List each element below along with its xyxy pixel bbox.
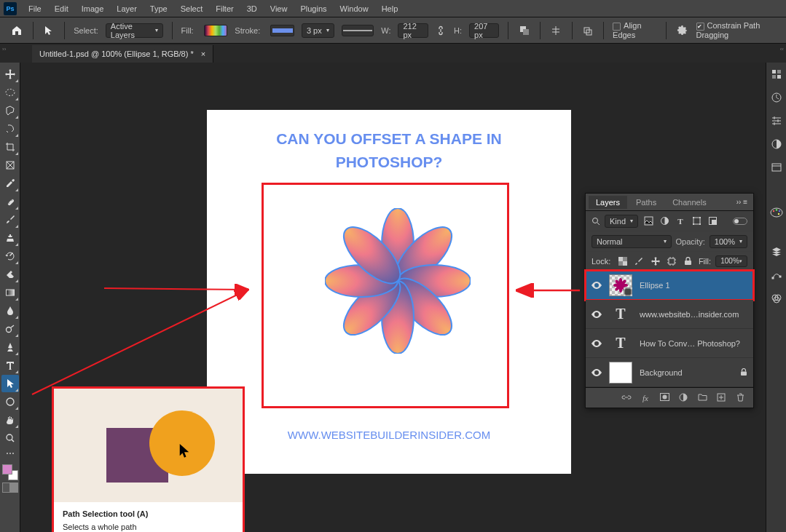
lock-artboard-icon[interactable] [666,255,677,267]
tool-frame[interactable] [1,156,19,174]
panel-properties-icon[interactable] [768,112,785,130]
height-field[interactable]: 207 px [469,23,499,38]
menu-edit[interactable]: Edit [49,2,74,15]
close-tab-icon[interactable]: × [201,49,205,58]
edit-toolbar-icon[interactable]: ⋯ [1,448,19,459]
foreground-background-swatches[interactable] [2,464,18,480]
filter-pixel-icon[interactable] [642,215,654,227]
fill-opacity-field[interactable]: 100% ▾ [715,255,747,267]
visibility-icon[interactable] [592,369,602,376]
new-layer-icon[interactable] [715,393,727,403]
layer-row-background[interactable]: Background [586,358,753,387]
menu-plugins[interactable]: Plugins [294,2,332,15]
visibility-icon[interactable] [592,340,602,347]
filter-adjust-icon[interactable] [659,215,670,227]
panel-libraries-icon[interactable] [768,159,785,176]
home-icon[interactable] [10,23,24,39]
visibility-icon[interactable] [592,282,602,289]
menu-layer[interactable]: Layer [111,2,143,15]
collapse-panel-icon[interactable]: ›› ≡ [736,198,750,206]
layer-thumbnail[interactable] [609,362,632,384]
tool-gradient[interactable] [1,284,19,301]
tool-history-brush[interactable] [1,247,19,265]
layer-style-icon[interactable]: fx [640,394,651,402]
menu-view[interactable]: View [264,2,294,15]
quick-mask-icon[interactable] [2,483,18,493]
lock-all-icon[interactable] [683,255,693,267]
tool-pen[interactable] [1,338,19,356]
tool-lasso[interactable] [1,102,19,119]
lock-position-icon[interactable] [650,255,661,267]
layer-name[interactable]: How To Conv… Photoshop? [640,339,747,348]
stroke-style-dropdown[interactable] [342,25,374,36]
tool-quick-select[interactable] [1,120,19,138]
tool-eyedropper[interactable] [1,175,19,192]
visibility-icon[interactable] [592,311,602,318]
panel-layers-icon[interactable] [768,243,785,261]
layer-row-text2[interactable]: T How To Conv… Photoshop? [586,329,753,358]
layer-thumbnail[interactable]: T [609,303,632,325]
layer-name[interactable]: Background [640,368,733,377]
stroke-width-field[interactable]: 3 px▾ [302,23,334,38]
menu-filter[interactable]: Filter [210,2,239,15]
document-tab[interactable]: Untitled-1.psd @ 100% (Ellipse 1, RGB/8)… [32,45,213,63]
path-alignment-icon[interactable] [549,23,563,39]
panel-paths-icon[interactable] [768,266,785,284]
menu-type[interactable]: Type [144,2,173,15]
filter-smart-icon[interactable] [707,215,718,227]
align-edges-checkbox[interactable]: Align Edges [613,21,659,39]
layer-mask-icon[interactable] [659,393,670,402]
panel-swatches-icon[interactable] [768,204,785,221]
toolbar-handle[interactable]: ›› [2,46,6,52]
adjustment-layer-icon[interactable] [677,393,689,403]
tool-path-selection[interactable] [1,375,19,392]
delete-layer-icon[interactable] [734,393,746,403]
channels-tab[interactable]: Channels [665,196,713,209]
path-arrangement-icon[interactable] [581,23,594,39]
tool-healing[interactable] [1,193,19,210]
panel-adjustments-icon[interactable] [768,135,785,153]
opacity-field[interactable]: 100%▾ [710,235,747,248]
menu-file[interactable]: File [23,2,47,15]
stroke-swatch[interactable] [270,25,294,36]
width-field[interactable]: 212 px [398,23,428,38]
tool-hand[interactable] [1,411,19,429]
link-dimensions-icon[interactable] [436,23,447,38]
filter-type-icon[interactable]: T [675,215,686,227]
menu-3d[interactable]: 3D [241,2,263,15]
rightdock-handle[interactable]: ‹‹ [780,46,784,52]
layer-thumbnail[interactable]: T [609,333,632,354]
search-icon[interactable] [592,217,600,226]
fill-swatch[interactable] [204,25,228,36]
layer-row-text1[interactable]: T www.websiteb…insider.com [586,300,753,329]
lock-transparent-icon[interactable] [617,255,628,267]
layer-name[interactable]: Ellipse 1 [640,281,747,290]
menu-window[interactable]: Window [334,2,374,15]
tool-move[interactable] [1,65,19,83]
tool-dodge[interactable] [1,320,19,338]
layer-thumbnail[interactable] [609,274,632,296]
tool-clone-stamp[interactable] [1,229,19,247]
link-layers-icon[interactable] [621,393,632,403]
tool-eraser[interactable] [1,266,19,283]
panel-history-icon[interactable] [768,89,785,106]
panel-channels-icon[interactable] [768,290,785,307]
paths-tab[interactable]: Paths [629,196,664,209]
filter-toggle[interactable] [733,218,747,225]
blend-mode-dropdown[interactable]: Normal▾ [592,235,672,248]
layer-filter-dropdown[interactable]: Kind▾ [605,215,638,228]
gear-icon[interactable] [675,23,689,39]
tool-shape[interactable] [1,393,19,410]
group-layers-icon[interactable] [696,393,708,402]
menu-image[interactable]: Image [76,2,110,15]
tool-marquee[interactable] [1,84,19,101]
select-mode-dropdown[interactable]: Active Layers▾ [106,23,163,38]
lock-pixels-icon[interactable] [634,255,645,267]
path-operations-icon[interactable] [517,23,531,39]
tool-brush[interactable] [1,211,19,229]
tool-blur[interactable] [1,302,19,319]
layers-tab[interactable]: Layers [589,196,627,209]
menu-help[interactable]: Help [376,2,404,15]
lock-icon[interactable] [740,368,747,377]
tool-zoom[interactable] [1,429,19,447]
